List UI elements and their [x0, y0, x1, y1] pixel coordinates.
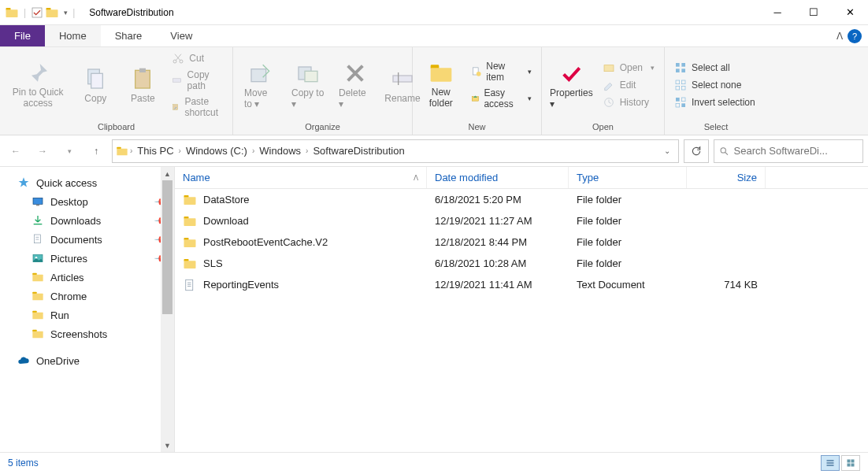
paste-shortcut-button[interactable]: Paste shortcut — [169, 95, 226, 119]
collapse-ribbon-icon[interactable]: ᐱ — [836, 31, 843, 42]
sidebar-item-pictures[interactable]: Pictures📌 — [0, 249, 174, 268]
back-button[interactable]: ← — [5, 140, 27, 162]
sidebar-item-downloads[interactable]: Downloads📌 — [0, 211, 174, 230]
edit-button[interactable]: Edit — [599, 78, 658, 92]
recent-dropdown-icon[interactable]: ▾ — [58, 140, 80, 162]
file-tab[interactable]: File — [0, 25, 45, 46]
sidebar-onedrive[interactable]: OneDrive — [0, 351, 174, 370]
svg-rect-34 — [681, 98, 685, 102]
copy-to-button[interactable]: Copy to ▾ — [287, 59, 329, 111]
home-tab[interactable]: Home — [45, 25, 101, 46]
shortcut-icon — [172, 101, 180, 113]
folder-icon — [183, 193, 197, 207]
address-dropdown-icon[interactable]: ⌄ — [664, 146, 675, 155]
column-name[interactable]: Nameᐱ — [175, 167, 427, 188]
chevron-right-icon[interactable]: › — [252, 146, 254, 155]
thumbnails-view-button[interactable] — [841, 455, 860, 471]
search-input[interactable] — [734, 145, 858, 157]
address-bar[interactable]: › This PC › Windows (C:) › Windows › Sof… — [112, 139, 679, 163]
chevron-right-icon[interactable]: › — [130, 146, 132, 155]
scrollbar[interactable]: ▲ ▼ — [161, 167, 174, 452]
breadcrumb-this-pc[interactable]: This PC — [134, 145, 176, 157]
svg-rect-7 — [135, 70, 150, 88]
copy-button[interactable]: Copy — [74, 65, 117, 106]
scroll-up-icon[interactable]: ▲ — [161, 167, 174, 180]
svg-rect-13 — [251, 69, 266, 81]
file-row[interactable]: SLS6/18/2021 10:28 AMFile folder — [175, 253, 868, 274]
rename-button[interactable]: Rename — [381, 65, 424, 106]
cut-button[interactable]: Cut — [169, 51, 226, 65]
new-folder-button[interactable]: New folder — [419, 59, 463, 109]
chevron-right-icon[interactable]: › — [306, 146, 308, 155]
easy-access-icon — [471, 92, 480, 105]
open-button[interactable]: Open▾ — [599, 61, 658, 75]
folder-icon — [183, 235, 197, 250]
copy-path-button[interactable]: Copy path — [169, 69, 226, 92]
minimize-button[interactable]: ─ — [759, 0, 796, 25]
new-item-button[interactable]: New item▾ — [468, 60, 535, 83]
breadcrumb-current[interactable]: SoftwareDistribution — [310, 145, 407, 157]
folder-icon[interactable] — [45, 6, 59, 20]
scroll-down-icon[interactable]: ▼ — [161, 439, 174, 452]
path-icon — [172, 74, 182, 87]
svg-rect-26 — [681, 63, 685, 67]
move-to-button[interactable]: Move to ▾ — [239, 59, 282, 111]
column-date[interactable]: Date modified — [427, 167, 569, 188]
svg-rect-30 — [681, 80, 685, 84]
file-type: Text Document — [569, 279, 687, 291]
select-none-button[interactable]: Select none — [671, 78, 759, 92]
sidebar-item-screenshots[interactable]: Screenshots — [0, 324, 174, 343]
share-tab[interactable]: Share — [101, 25, 157, 46]
svg-point-21 — [476, 72, 480, 76]
paste-button[interactable]: Paste — [121, 65, 164, 106]
forward-button[interactable]: → — [32, 140, 54, 162]
pin-icon — [25, 61, 50, 86]
svg-rect-41 — [33, 198, 43, 204]
file-name: ReportingEvents — [203, 279, 279, 291]
column-type[interactable]: Type — [569, 167, 687, 188]
svg-rect-32 — [681, 86, 685, 90]
select-all-button[interactable]: Select all — [671, 61, 759, 75]
sidebar-item-articles[interactable]: Articles — [0, 268, 174, 287]
svg-line-40 — [725, 152, 728, 154]
column-size[interactable]: Size — [687, 167, 766, 188]
qat-dropdown-icon[interactable]: ▾ — [61, 9, 68, 17]
sidebar-quick-access[interactable]: Quick access — [0, 173, 174, 192]
file-name: Download — [203, 215, 249, 227]
invert-selection-button[interactable]: Invert selection — [671, 95, 759, 109]
view-tab[interactable]: View — [156, 25, 206, 46]
pin-quick-access-button[interactable]: Pin to Quick access — [6, 59, 69, 109]
chevron-right-icon[interactable]: › — [179, 146, 181, 155]
file-row[interactable]: PostRebootEventCache.V212/18/2021 8:44 P… — [175, 231, 868, 253]
svg-rect-52 — [32, 294, 43, 301]
checkbox-icon[interactable] — [31, 6, 43, 19]
file-rows: DataStore6/18/2021 5:20 PMFile folderDow… — [175, 189, 868, 452]
history-button[interactable]: History — [599, 95, 658, 109]
svg-rect-62 — [184, 239, 196, 247]
refresh-button[interactable] — [684, 139, 709, 163]
file-row[interactable]: ReportingEvents12/19/2021 11:41 AMText D… — [175, 274, 868, 295]
up-button[interactable]: ↑ — [85, 140, 107, 162]
breadcrumb-windows[interactable]: Windows — [256, 145, 304, 157]
details-view-button[interactable] — [821, 455, 840, 471]
help-icon[interactable]: ? — [848, 29, 862, 43]
easy-access-button[interactable]: Easy access▾ — [468, 87, 535, 110]
new-folder-icon — [428, 61, 454, 86]
sidebar-item-run[interactable]: Run — [0, 306, 174, 324]
file-row[interactable]: DataStore6/18/2021 5:20 PMFile folder — [175, 189, 868, 210]
sidebar-item-desktop[interactable]: Desktop📌 — [0, 192, 174, 211]
move-icon — [248, 61, 273, 86]
file-name: DataStore — [203, 194, 250, 206]
sidebar-item-chrome[interactable]: Chrome — [0, 287, 174, 306]
search-box[interactable] — [714, 139, 863, 163]
scrollbar-thumb[interactable] — [162, 180, 172, 314]
properties-button[interactable]: Properties▾ — [548, 59, 595, 111]
breadcrumb-drive[interactable]: Windows (C:) — [183, 145, 250, 157]
sidebar-item-label: Articles — [50, 272, 84, 283]
close-button[interactable]: ✕ — [832, 0, 868, 25]
maximize-button[interactable]: ☐ — [796, 0, 832, 25]
quick-access-toolbar: | ▾ | — [0, 6, 83, 20]
delete-button[interactable]: Delete ▾ — [334, 59, 377, 111]
sidebar-item-documents[interactable]: Documents📌 — [0, 230, 174, 249]
file-row[interactable]: Download12/19/2021 11:27 AMFile folder — [175, 210, 868, 231]
